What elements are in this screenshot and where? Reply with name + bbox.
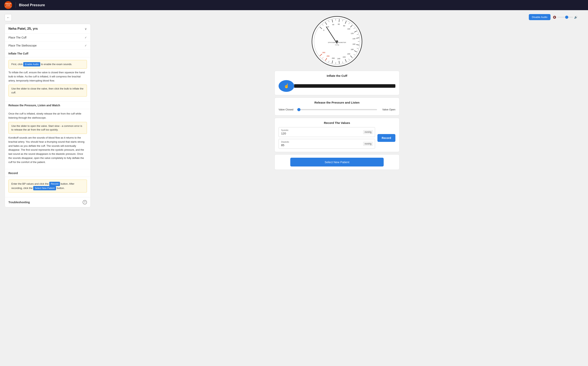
volume-up-icon: 🔊 [574, 16, 577, 19]
record-values-title: Record The Values [279, 121, 395, 124]
svg-text:UNIVERSITY: UNIVERSITY [5, 6, 12, 8]
place-stethoscope-check-icon: ✓ [85, 44, 87, 47]
diastolic-unit: mmHg [363, 142, 373, 146]
app-title: Blood Pressure [19, 3, 45, 7]
release-body-text1: Once the cuff is inflated, slowly releas… [8, 112, 87, 120]
record-values-grid: Systolic 120 mmHg Diastolic 85 mmHg Reco… [279, 127, 395, 149]
systolic-unit: mmHg [363, 130, 373, 134]
release-pressure-content: Once the cuff is inflated, slowly releas… [5, 109, 90, 169]
top-controls: Disable Audio 🔇 🔊 [529, 14, 578, 20]
place-cuff-label: Place The Cuff [8, 36, 26, 39]
diastolic-value: 85 [281, 144, 284, 147]
patient-chevron-icon: ∨ [85, 27, 87, 31]
bulb-cursor-icon: ☝ [284, 84, 289, 89]
volume-mute-icon: 🔇 [553, 16, 556, 19]
inflate-cuff-content: First, click Enable Audio to enable the … [5, 57, 90, 101]
inflate-hint-prefix: First, click [11, 63, 23, 66]
svg-text:240: 240 [337, 58, 340, 60]
release-body-text2: Korotkoff sounds are the sounds of blood… [8, 136, 87, 164]
release-pressure-card: Release the Pressure and Listen Valve Cl… [274, 98, 400, 115]
release-tip-box: Use the slider to open the valve. Start … [8, 122, 87, 134]
sphygmomanometer-gauge: 0204060801001201401601802002202402602803… [310, 14, 364, 69]
svg-text:60: 60 [338, 23, 340, 25]
inflate-body-text: To inflate the cuff, ensure the valve is… [8, 70, 87, 83]
volume-slider-thumb [565, 16, 568, 19]
place-cuff-section[interactable]: Place The Cuff ✓ [5, 34, 90, 42]
inflate-tip-text: Use the slider to close the valve, then … [11, 87, 83, 94]
valve-open-label: Valve Open [380, 108, 395, 111]
patient-header[interactable]: Neha Patel, 25, yrs ∨ [5, 24, 90, 34]
record-hint-suffix: button. [57, 187, 65, 190]
main-container: ← Neha Patel, 25, yrs ∨ Place The Cuff ✓… [0, 10, 588, 366]
systolic-value: 120 [281, 132, 286, 135]
valve-slider[interactable] [297, 109, 377, 110]
troubleshooting-help-icon: ? [83, 200, 87, 204]
record-values-card: Record The Values Systolic 120 mmHg Dias… [274, 118, 400, 152]
diastolic-label: Diastolic [281, 141, 373, 143]
record-section-title: Record [5, 169, 90, 177]
valve-slider-thumb [297, 108, 301, 111]
svg-text:280: 280 [327, 55, 330, 57]
bulb-shape[interactable]: ☝ [279, 80, 294, 92]
valve-control: Valve Closed Valve Open [279, 107, 395, 112]
right-sections: Inflate the Cuff ☝ Release the Pressure … [274, 71, 400, 170]
gauge-container: 0204060801001201401601802002202402602803… [310, 14, 364, 69]
svg-text:80: 80 [343, 25, 345, 27]
select-patient-card: Select New Patient [274, 154, 400, 170]
troubleshooting-label: Troubleshooting [8, 201, 30, 204]
inflate-tip-box: Use the slider to close the valve, then … [8, 85, 87, 97]
svg-text:180: 180 [351, 48, 354, 50]
record-hint-prefix: Enter the BP values and click the [11, 182, 49, 185]
left-panel: ← Neha Patel, 25, yrs ∨ Place The Cuff ✓… [5, 14, 91, 362]
inflate-visual: ☝ [279, 80, 395, 92]
svg-text:20: 20 [327, 26, 329, 28]
svg-text:mmHg: mmHg [335, 44, 339, 46]
record-button[interactable]: Record [377, 134, 395, 142]
logo-container: OREGON STATE UNIVERSITY [4, 1, 13, 9]
record-inline-btn[interactable]: Record [49, 182, 60, 186]
svg-text:0: 0 [323, 29, 324, 31]
troubleshooting-section[interactable]: Troubleshooting ? [5, 197, 90, 207]
svg-text:160: 160 [352, 43, 355, 45]
enable-audio-inline-btn[interactable]: Enable Audio [23, 62, 40, 66]
back-button[interactable]: ← [5, 14, 12, 21]
inputs-column: Systolic 120 mmHg Diastolic 85 mmHg [279, 127, 375, 149]
svg-text:100: 100 [347, 28, 350, 30]
inflate-hint-suffix: to enable the exam sounds. [41, 63, 72, 66]
systolic-label: Systolic [281, 129, 373, 131]
record-content: Enter the BP values and click the Record… [5, 177, 90, 197]
patient-name: Neha Patel, 25, yrs [8, 27, 38, 31]
release-tip-text: Use the slider to open the valve. Start … [11, 124, 82, 131]
diastolic-input-group[interactable]: Diastolic 85 mmHg [279, 139, 375, 149]
inflate-cuff-title: Inflate The Cuff [5, 50, 90, 57]
volume-control: 🔇 🔊 [553, 16, 577, 19]
svg-text:140: 140 [352, 38, 355, 40]
disable-audio-button[interactable]: Disable Audio [529, 14, 551, 20]
release-pressure-card-title: Release the Pressure and Listen [279, 101, 395, 104]
svg-text:260: 260 [332, 57, 335, 59]
svg-text:40: 40 [332, 24, 334, 26]
main-card: Neha Patel, 25, yrs ∨ Place The Cuff ✓ P… [5, 24, 91, 207]
svg-text:220: 220 [343, 56, 346, 58]
app-header: OREGON STATE UNIVERSITY Blood Pressure [0, 0, 588, 10]
svg-text:200: 200 [347, 53, 350, 55]
record-hint-box: Enter the BP values and click the Record… [8, 180, 87, 192]
svg-text:OREGON: OREGON [5, 3, 11, 4]
valve-closed-label: Valve Closed [279, 108, 294, 111]
right-panel: Disable Audio 🔇 🔊 0204060801001201401601… [91, 14, 583, 362]
release-pressure-title: Release the Pressure, Listen and Watch [5, 101, 90, 109]
select-new-patient-button[interactable]: Select New Patient [290, 158, 384, 167]
place-stethoscope-section[interactable]: Place The Stethoscope ✓ [5, 42, 90, 50]
svg-text:300: 300 [322, 52, 325, 53]
inflate-cuff-card: Inflate the Cuff ☝ [274, 71, 400, 95]
svg-text:STATE: STATE [6, 5, 10, 6]
osu-logo: OREGON STATE UNIVERSITY [4, 1, 13, 9]
systolic-input-group[interactable]: Systolic 120 mmHg [279, 127, 375, 137]
pressure-bar [294, 84, 395, 88]
svg-text:120: 120 [351, 32, 354, 34]
select-patient-inline-btn[interactable]: Select New Patient [33, 186, 56, 190]
inflate-enable-audio-hint: First, click Enable Audio to enable the … [8, 60, 87, 69]
volume-slider[interactable] [557, 17, 573, 18]
svg-point-56 [336, 40, 338, 43]
inflate-cuff-card-title: Inflate the Cuff [279, 74, 395, 77]
